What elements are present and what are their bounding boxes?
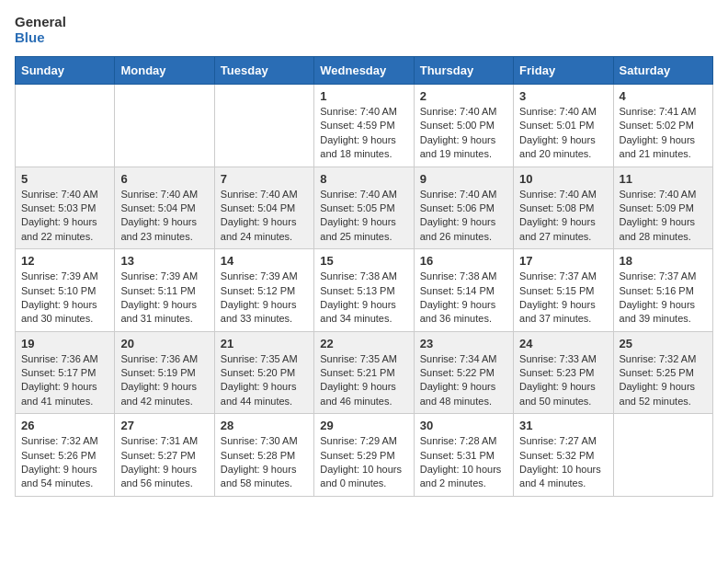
day-number: 26: [21, 419, 108, 432]
day-info: Sunrise: 7:40 AM Sunset: 5:06 PM Dayligh…: [420, 188, 507, 245]
day-info: Sunrise: 7:40 AM Sunset: 5:08 PM Dayligh…: [519, 188, 607, 245]
day-number: 4: [620, 89, 707, 103]
calendar-week-row: 12Sunrise: 7:39 AM Sunset: 5:10 PM Dayli…: [16, 249, 713, 332]
calendar-cell: 18Sunrise: 7:37 AM Sunset: 5:16 PM Dayli…: [613, 249, 712, 332]
day-number: 16: [420, 254, 507, 268]
weekday-header-wednesday: Wednesday: [314, 57, 414, 85]
day-number: 29: [320, 419, 407, 432]
calendar-cell: 19Sunrise: 7:36 AM Sunset: 5:17 PM Dayli…: [16, 331, 115, 414]
day-number: 7: [221, 172, 308, 186]
day-number: 24: [519, 337, 607, 350]
day-number: 18: [620, 254, 707, 268]
calendar-cell: 11Sunrise: 7:40 AM Sunset: 5:09 PM Dayli…: [613, 167, 712, 249]
calendar-cell: 5Sunrise: 7:40 AM Sunset: 5:03 PM Daylig…: [16, 167, 115, 249]
calendar-cell: 25Sunrise: 7:32 AM Sunset: 5:25 PM Dayli…: [613, 331, 712, 414]
day-info: Sunrise: 7:40 AM Sunset: 5:04 PM Dayligh…: [221, 188, 308, 245]
day-info: Sunrise: 7:38 AM Sunset: 5:14 PM Dayligh…: [420, 270, 507, 327]
logo-wordmark: General Blue: [15, 15, 66, 45]
day-number: 28: [221, 419, 308, 432]
calendar-week-row: 26Sunrise: 7:32 AM Sunset: 5:26 PM Dayli…: [16, 414, 713, 497]
calendar-cell: [115, 85, 214, 167]
day-info: Sunrise: 7:36 AM Sunset: 5:17 PM Dayligh…: [21, 352, 108, 409]
calendar-week-row: 5Sunrise: 7:40 AM Sunset: 5:03 PM Daylig…: [16, 167, 713, 249]
day-number: 9: [420, 172, 507, 186]
calendar-cell: 7Sunrise: 7:40 AM Sunset: 5:04 PM Daylig…: [214, 167, 313, 249]
calendar-cell: 21Sunrise: 7:35 AM Sunset: 5:20 PM Dayli…: [214, 331, 313, 414]
day-info: Sunrise: 7:34 AM Sunset: 5:22 PM Dayligh…: [420, 352, 507, 409]
weekday-header-tuesday: Tuesday: [214, 57, 313, 85]
day-number: 2: [420, 89, 507, 103]
calendar-cell: 2Sunrise: 7:40 AM Sunset: 5:00 PM Daylig…: [414, 85, 513, 167]
day-info: Sunrise: 7:33 AM Sunset: 5:23 PM Dayligh…: [519, 352, 607, 409]
day-number: 10: [519, 172, 607, 186]
calendar-cell: 12Sunrise: 7:39 AM Sunset: 5:10 PM Dayli…: [16, 249, 115, 332]
day-number: 17: [519, 254, 607, 268]
logo: General Blue: [15, 15, 66, 45]
day-info: Sunrise: 7:39 AM Sunset: 5:12 PM Dayligh…: [221, 270, 308, 327]
calendar-cell: 14Sunrise: 7:39 AM Sunset: 5:12 PM Dayli…: [214, 249, 313, 332]
day-info: Sunrise: 7:36 AM Sunset: 5:19 PM Dayligh…: [120, 352, 208, 409]
calendar-cell: 1Sunrise: 7:40 AM Sunset: 4:59 PM Daylig…: [314, 85, 414, 167]
logo-general: General: [15, 15, 66, 30]
day-number: 20: [120, 337, 208, 350]
day-info: Sunrise: 7:38 AM Sunset: 5:13 PM Dayligh…: [320, 270, 407, 327]
calendar-cell: 9Sunrise: 7:40 AM Sunset: 5:06 PM Daylig…: [414, 167, 513, 249]
calendar-cell: 15Sunrise: 7:38 AM Sunset: 5:13 PM Dayli…: [314, 249, 414, 332]
day-info: Sunrise: 7:39 AM Sunset: 5:11 PM Dayligh…: [120, 270, 208, 327]
day-number: 6: [120, 172, 208, 186]
calendar-cell: 3Sunrise: 7:40 AM Sunset: 5:01 PM Daylig…: [514, 85, 613, 167]
calendar-cell: 27Sunrise: 7:31 AM Sunset: 5:27 PM Dayli…: [115, 414, 214, 497]
day-info: Sunrise: 7:35 AM Sunset: 5:20 PM Dayligh…: [221, 352, 308, 409]
weekday-header-sunday: Sunday: [16, 57, 115, 85]
calendar-cell: 31Sunrise: 7:27 AM Sunset: 5:32 PM Dayli…: [514, 414, 613, 497]
calendar-cell: 8Sunrise: 7:40 AM Sunset: 5:05 PM Daylig…: [314, 167, 414, 249]
day-number: 8: [320, 172, 407, 186]
logo-blue: Blue: [15, 30, 66, 46]
day-number: 27: [120, 419, 208, 432]
calendar-cell: 4Sunrise: 7:41 AM Sunset: 5:02 PM Daylig…: [613, 85, 712, 167]
page-header: General Blue: [15, 15, 713, 45]
day-info: Sunrise: 7:41 AM Sunset: 5:02 PM Dayligh…: [620, 105, 707, 162]
day-info: Sunrise: 7:28 AM Sunset: 5:31 PM Dayligh…: [420, 434, 507, 491]
day-info: Sunrise: 7:32 AM Sunset: 5:26 PM Dayligh…: [21, 434, 108, 491]
day-info: Sunrise: 7:37 AM Sunset: 5:15 PM Dayligh…: [519, 270, 607, 327]
day-info: Sunrise: 7:27 AM Sunset: 5:32 PM Dayligh…: [519, 434, 607, 491]
day-number: 12: [21, 254, 108, 268]
day-info: Sunrise: 7:40 AM Sunset: 5:03 PM Dayligh…: [21, 188, 108, 245]
weekday-header-friday: Friday: [514, 57, 613, 85]
day-number: 5: [21, 172, 108, 186]
day-number: 22: [320, 337, 407, 350]
calendar-cell: 17Sunrise: 7:37 AM Sunset: 5:15 PM Dayli…: [514, 249, 613, 332]
day-info: Sunrise: 7:40 AM Sunset: 5:01 PM Dayligh…: [519, 105, 607, 162]
day-number: 14: [221, 254, 308, 268]
day-info: Sunrise: 7:31 AM Sunset: 5:27 PM Dayligh…: [120, 434, 208, 491]
day-info: Sunrise: 7:29 AM Sunset: 5:29 PM Dayligh…: [320, 434, 407, 491]
day-number: 11: [620, 172, 707, 186]
day-info: Sunrise: 7:30 AM Sunset: 5:28 PM Dayligh…: [221, 434, 308, 491]
calendar-cell: 28Sunrise: 7:30 AM Sunset: 5:28 PM Dayli…: [214, 414, 313, 497]
calendar-cell: [214, 85, 313, 167]
weekday-header-thursday: Thursday: [414, 57, 513, 85]
day-info: Sunrise: 7:32 AM Sunset: 5:25 PM Dayligh…: [620, 352, 707, 409]
calendar-week-row: 19Sunrise: 7:36 AM Sunset: 5:17 PM Dayli…: [16, 331, 713, 414]
calendar-cell: 26Sunrise: 7:32 AM Sunset: 5:26 PM Dayli…: [16, 414, 115, 497]
calendar-cell: [613, 414, 712, 497]
weekday-header-row: SundayMondayTuesdayWednesdayThursdayFrid…: [16, 57, 713, 85]
day-number: 15: [320, 254, 407, 268]
day-info: Sunrise: 7:39 AM Sunset: 5:10 PM Dayligh…: [21, 270, 108, 327]
calendar-cell: 30Sunrise: 7:28 AM Sunset: 5:31 PM Dayli…: [414, 414, 513, 497]
day-info: Sunrise: 7:40 AM Sunset: 5:05 PM Dayligh…: [320, 188, 407, 245]
day-info: Sunrise: 7:40 AM Sunset: 4:59 PM Dayligh…: [320, 105, 407, 162]
day-number: 13: [120, 254, 208, 268]
weekday-header-monday: Monday: [115, 57, 214, 85]
calendar-cell: 13Sunrise: 7:39 AM Sunset: 5:11 PM Dayli…: [115, 249, 214, 332]
day-number: 21: [221, 337, 308, 350]
day-info: Sunrise: 7:40 AM Sunset: 5:04 PM Dayligh…: [120, 188, 208, 245]
day-info: Sunrise: 7:35 AM Sunset: 5:21 PM Dayligh…: [320, 352, 407, 409]
calendar-table: SundayMondayTuesdayWednesdayThursdayFrid…: [15, 56, 713, 497]
calendar-cell: 29Sunrise: 7:29 AM Sunset: 5:29 PM Dayli…: [314, 414, 414, 497]
day-number: 3: [519, 89, 607, 103]
day-number: 23: [420, 337, 507, 350]
day-info: Sunrise: 7:40 AM Sunset: 5:00 PM Dayligh…: [420, 105, 507, 162]
calendar-cell: 22Sunrise: 7:35 AM Sunset: 5:21 PM Dayli…: [314, 331, 414, 414]
